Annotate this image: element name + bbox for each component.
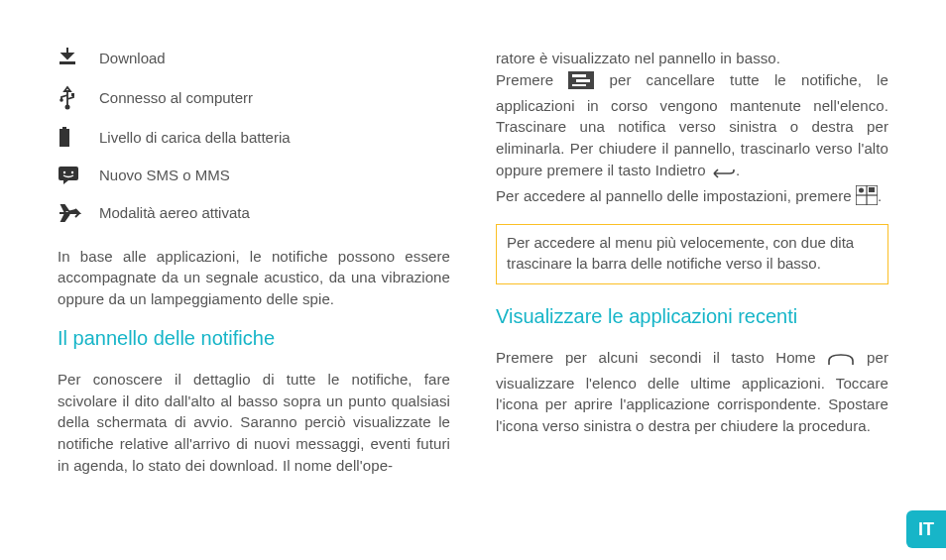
settings-text-2: . bbox=[878, 187, 882, 204]
svg-rect-5 bbox=[59, 129, 69, 147]
svg-rect-10 bbox=[572, 74, 586, 77]
legend-label: Connesso al computerr bbox=[99, 87, 253, 109]
svg-rect-17 bbox=[869, 187, 875, 192]
svg-point-7 bbox=[63, 171, 65, 173]
legend-row: Connesso al computerr bbox=[58, 85, 450, 111]
svg-rect-4 bbox=[62, 127, 66, 129]
download-icon bbox=[58, 48, 99, 69]
two-column-layout: Download Connesso al computerr Livello d… bbox=[58, 48, 888, 491]
legend-label: Nuovo SMS o MMS bbox=[99, 165, 230, 186]
settings-text-1: Per accedere al pannello delle impostazi… bbox=[496, 187, 852, 204]
legend-row: Livello di carica della batteria bbox=[58, 127, 450, 149]
legend-label: Download bbox=[99, 48, 166, 69]
cont-text-2: per cancellare tutte le notifiche, le ap… bbox=[496, 71, 888, 178]
svg-point-8 bbox=[71, 171, 73, 173]
cont-text: ratore è visualizzato nel pannello in ba… bbox=[496, 50, 780, 66]
right-column: ratore è visualizzato nel pannello in ba… bbox=[496, 48, 888, 491]
legend-label: Modalità aereo attivata bbox=[99, 202, 250, 224]
svg-point-2 bbox=[59, 98, 63, 102]
legend-row: Download bbox=[58, 48, 450, 69]
icon-legend-list: Download Connesso al computerr Livello d… bbox=[58, 48, 450, 224]
battery-icon bbox=[58, 127, 99, 149]
left-column: Download Connesso al computerr Livello d… bbox=[58, 48, 450, 491]
notification-panel-body: Per conoscere il dettaglio di tutte le n… bbox=[58, 369, 450, 477]
usb-icon bbox=[58, 85, 99, 111]
svg-point-1 bbox=[65, 105, 70, 110]
press-word: Premere bbox=[496, 71, 553, 88]
settings-panel-icon bbox=[856, 185, 878, 211]
legend-row: Modalità aereo attivata bbox=[58, 202, 450, 224]
recent-apps-body: Premere per alcuni secondi il tasto Home… bbox=[496, 347, 888, 437]
home-key-icon bbox=[827, 351, 855, 373]
continuation-paragraph: ratore è visualizzato nel pannello in ba… bbox=[496, 48, 888, 210]
svg-rect-12 bbox=[572, 84, 586, 86]
language-tab: IT bbox=[906, 510, 946, 548]
period: . bbox=[736, 162, 740, 178]
recent-text-1: Premere per alcuni secondi il tasto Home bbox=[496, 349, 816, 366]
svg-point-16 bbox=[859, 187, 864, 192]
heading-notification-panel: Il pannello delle notifiche bbox=[58, 324, 450, 353]
sms-icon bbox=[58, 166, 99, 185]
svg-rect-0 bbox=[59, 61, 75, 64]
svg-rect-6 bbox=[59, 167, 78, 180]
tip-text: Per accedere al menu più velocemente, co… bbox=[507, 234, 854, 271]
clear-all-icon bbox=[568, 71, 594, 95]
intro-paragraph: In base alle applicazioni, le notifiche … bbox=[58, 246, 450, 310]
back-key-icon bbox=[710, 164, 736, 185]
legend-row: Nuovo SMS o MMS bbox=[58, 165, 450, 186]
airplane-icon bbox=[58, 203, 99, 223]
heading-recent-apps: Visualizzare le applicazioni recenti bbox=[496, 302, 888, 331]
tip-box: Per accedere al menu più velocemente, co… bbox=[496, 224, 888, 284]
svg-rect-11 bbox=[576, 79, 590, 82]
svg-rect-3 bbox=[71, 93, 74, 96]
legend-label: Livello di carica della batteria bbox=[99, 127, 291, 149]
